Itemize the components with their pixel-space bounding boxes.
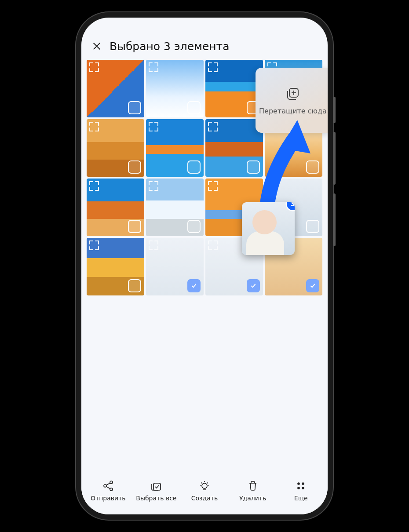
svg-point-1 [104, 485, 106, 487]
fullscreen-icon [149, 122, 158, 131]
photo-thumbnail[interactable] [146, 238, 204, 295]
more-button[interactable]: Еще [280, 480, 322, 502]
close-icon [92, 41, 102, 51]
check-icon [190, 282, 197, 289]
svg-point-5 [202, 483, 207, 488]
select-checkbox[interactable] [128, 279, 141, 292]
send-button[interactable]: Отправить [87, 480, 129, 502]
fullscreen-icon [89, 181, 99, 191]
stage: Выбрано 3 элемента [0, 0, 409, 532]
photo-thumbnail[interactable] [205, 119, 263, 177]
share-icon [102, 480, 114, 492]
fullscreen-icon [208, 122, 218, 131]
select-checkbox[interactable] [247, 160, 260, 174]
select-checkbox[interactable] [247, 279, 260, 292]
fullscreen-icon [149, 62, 158, 72]
action-label: Создать [191, 495, 218, 502]
svg-point-2 [110, 481, 113, 484]
select-all-button[interactable]: Выбрать все [135, 480, 177, 502]
svg-point-7 [302, 483, 304, 485]
check-icon [309, 282, 316, 289]
selection-title: Выбрано 3 элемента [110, 41, 230, 52]
photo-thumbnail[interactable] [87, 179, 144, 236]
drag-count-badge: 3 [287, 202, 295, 210]
select-checkbox[interactable] [306, 279, 319, 292]
photo-thumbnail[interactable] [205, 60, 263, 117]
drop-target-panel[interactable]: Перетащите сюда [256, 68, 328, 133]
add-stack-icon [285, 86, 301, 102]
selection-header: Выбрано 3 элемента [81, 18, 328, 60]
action-label: Удалить [239, 495, 266, 502]
select-checkbox[interactable] [187, 220, 201, 233]
svg-point-3 [110, 488, 113, 491]
photo-thumbnail[interactable] [87, 60, 144, 117]
phone-side-button [333, 193, 336, 246]
lightbulb-icon [198, 480, 211, 492]
photo-thumbnail[interactable] [146, 119, 204, 177]
phone-side-button [333, 97, 336, 123]
action-label: Выбрать все [136, 495, 176, 502]
svg-point-8 [298, 487, 299, 489]
check-icon [250, 282, 257, 289]
svg-rect-4 [153, 483, 161, 490]
close-button[interactable] [91, 40, 102, 52]
fullscreen-icon [208, 240, 218, 250]
photo-thumbnail[interactable] [87, 238, 144, 295]
fullscreen-icon [267, 181, 277, 191]
photo-thumbnail[interactable] [146, 179, 204, 236]
fullscreen-icon [89, 240, 99, 250]
phone-frame: Выбрано 3 элемента [81, 18, 328, 514]
select-checkbox[interactable] [306, 220, 319, 233]
fullscreen-icon [149, 181, 158, 191]
delete-button[interactable]: Удалить [232, 480, 274, 502]
select-checkbox[interactable] [128, 220, 141, 233]
drag-preview-thumbnail[interactable]: 3 [242, 202, 295, 255]
fullscreen-icon [89, 62, 99, 72]
action-label: Отправить [91, 495, 126, 502]
select-checkbox[interactable] [187, 160, 201, 174]
bottom-action-bar: Отправить Выбрать все Создать Удалить [81, 469, 328, 514]
select-checkbox[interactable] [306, 160, 319, 174]
svg-point-6 [298, 483, 299, 485]
select-checkbox[interactable] [187, 279, 201, 292]
select-checkbox[interactable] [128, 101, 141, 114]
more-icon [295, 480, 307, 492]
photo-thumbnail[interactable] [87, 119, 144, 177]
photo-thumbnail[interactable] [146, 60, 204, 117]
create-button[interactable]: Создать [183, 480, 226, 502]
action-label: Еще [294, 495, 308, 502]
fullscreen-icon [89, 122, 99, 131]
fullscreen-icon [208, 62, 218, 72]
select-checkbox[interactable] [187, 101, 201, 114]
fullscreen-icon [208, 181, 218, 191]
select-checkbox[interactable] [128, 160, 141, 174]
svg-point-9 [302, 487, 304, 489]
trash-icon [247, 480, 259, 492]
select-all-icon [150, 480, 162, 492]
drop-target-label: Перетащите сюда [259, 107, 327, 115]
phone-side-button [333, 132, 336, 185]
fullscreen-icon [149, 240, 158, 250]
